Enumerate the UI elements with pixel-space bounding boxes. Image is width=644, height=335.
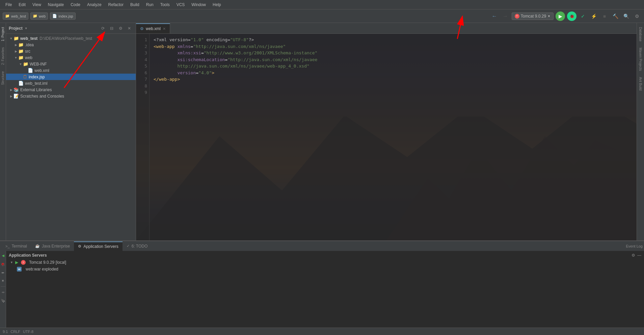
menu-window[interactable]: Window bbox=[189, 1, 209, 8]
bottom-left-tab-run[interactable]: ▶ bbox=[0, 252, 5, 260]
file-icon: 📄 bbox=[52, 14, 57, 18]
menu-analyze[interactable]: Analyze bbox=[84, 1, 104, 8]
bottom-tab-java-enterprise[interactable]: ☕ Java Enterprise bbox=[31, 241, 74, 251]
tree-item-webinf[interactable]: ▼ 📁 WEB-INF bbox=[6, 61, 136, 67]
profile-button[interactable]: ⚡ bbox=[589, 12, 598, 21]
tree-item-web[interactable]: ▼ 📁 web bbox=[6, 54, 136, 61]
editor-tab-webxml[interactable]: ⚙ web.xml ✕ bbox=[136, 23, 170, 33]
server-item-tomcat[interactable]: ▼ ▶ T Tomcat 9.0.29 [local] bbox=[9, 259, 641, 266]
run-button[interactable]: ▶ bbox=[556, 11, 565, 21]
tree-item-extlibs[interactable]: ▶ 📚 External Libraries bbox=[6, 86, 136, 93]
artifact-icon: W bbox=[17, 267, 22, 272]
status-utf8[interactable]: UTF-8 bbox=[23, 330, 33, 334]
code-line-5: http://java.sun.com/xml/ns/javaee/web-ap… bbox=[154, 63, 633, 70]
server-play-indicator: ▶ bbox=[15, 260, 18, 265]
code-container: 1 2 3 4 5 6 7 8 9 <?xml version="1.0" en… bbox=[136, 34, 637, 240]
app-servers-header: Application Servers ⚙ — bbox=[9, 253, 641, 258]
menu-file[interactable]: File bbox=[3, 1, 15, 8]
event-log-link[interactable]: Event Log bbox=[626, 244, 643, 248]
bottom-left-tab-star[interactable]: ★ bbox=[0, 277, 5, 285]
right-tab-maven[interactable]: Maven Projects bbox=[638, 45, 643, 74]
bottom-left-strip: ▶ 🐞 ⬆ ★ ✏ 🔌 bbox=[0, 251, 6, 328]
menu-run[interactable]: Run bbox=[143, 1, 156, 8]
run-config-selector[interactable]: T Tomcat 9.0.29 ▼ bbox=[512, 12, 554, 20]
bottom-minimize-icon[interactable]: — bbox=[637, 253, 641, 258]
tab-close-btn[interactable]: ✕ bbox=[163, 27, 166, 31]
web-folder-icon: 📁 bbox=[33, 14, 37, 18]
close-panel-icon[interactable]: ✕ bbox=[126, 25, 133, 32]
code-line-6: version="4.0"> bbox=[154, 70, 633, 76]
app-container: File Edit View Navigate Code Analyze Ref… bbox=[0, 0, 644, 335]
tree-item-src[interactable]: ▶ 📁 src bbox=[6, 48, 136, 54]
right-tab-ant[interactable]: Ant Build bbox=[638, 74, 643, 93]
menu-refactor[interactable]: Refactor bbox=[106, 1, 126, 8]
status-crlf[interactable]: CRLF bbox=[10, 330, 20, 334]
debug-button[interactable]: 🐞 bbox=[567, 11, 576, 21]
editor-area: ⚙ web.xml ✕ 1 bbox=[136, 23, 637, 240]
menu-tools[interactable]: Tools bbox=[158, 1, 172, 8]
bottom-settings-icon[interactable]: ⚙ bbox=[632, 253, 635, 258]
bottom-inner: ▶ 🐞 ⬆ ★ ✏ 🔌 Application Servers ⚙ — bbox=[0, 251, 644, 328]
stop-button[interactable]: ■ bbox=[600, 12, 609, 21]
back-btn[interactable]: ← bbox=[490, 12, 499, 21]
bottom-tab-app-servers[interactable]: ⚙ Application Servers bbox=[74, 241, 122, 251]
coverage-button[interactable]: ✓ bbox=[579, 12, 587, 21]
bottom-panel-title: Application Servers bbox=[9, 253, 47, 258]
line-numbers: 1 2 3 4 5 6 7 8 9 bbox=[136, 34, 150, 240]
folder-icon: 📁 bbox=[5, 14, 10, 18]
bottom-left-tab-divider bbox=[1, 286, 5, 287]
status-bar: 9:1 CRLF UTF-8 bbox=[0, 328, 644, 335]
menu-navigate[interactable]: Navigate bbox=[45, 1, 66, 8]
menu-help[interactable]: Help bbox=[210, 1, 224, 8]
sync-icon[interactable]: ⟳ bbox=[99, 25, 107, 32]
sidebar-tab-favorites[interactable]: 2: Favorites bbox=[0, 45, 5, 68]
menu-build[interactable]: Build bbox=[128, 1, 142, 8]
code-line-8: </web-app> bbox=[154, 76, 633, 83]
bottom-left-tab-plugin[interactable]: 🔌 bbox=[0, 297, 5, 305]
tomcat-icon: T bbox=[515, 14, 519, 19]
menu-view[interactable]: View bbox=[30, 1, 44, 8]
collapse-icon[interactable]: ⊟ bbox=[108, 25, 115, 32]
header-dropdown-icon: ▼ bbox=[25, 27, 28, 30]
code-line-2: <web-app xmlns="http://java.sun.com/xml/… bbox=[154, 43, 633, 50]
artifact-name: web:war exploded bbox=[26, 267, 58, 272]
menu-code[interactable]: Code bbox=[68, 1, 83, 8]
file-breadcrumb-btn[interactable]: 📄 index.jsp bbox=[50, 12, 75, 20]
artifact-item[interactable]: W web:war exploded bbox=[9, 266, 641, 273]
project-breadcrumb-btn[interactable]: 📁 web_test bbox=[3, 12, 28, 20]
bottom-tab-todo[interactable]: ✓ 6: TODO bbox=[123, 241, 152, 251]
search-everywhere-button[interactable]: 🔍 bbox=[622, 12, 630, 21]
menu-edit[interactable]: Edit bbox=[16, 1, 28, 8]
tree-item-root[interactable]: ▼ 📁 web_test D:\IDEA\WorkPlace\web_test bbox=[6, 35, 136, 42]
settings-button[interactable]: ⚙ bbox=[633, 12, 641, 21]
dropdown-arrow-icon: ▼ bbox=[547, 15, 551, 18]
bottom-tab-terminal[interactable]: >_ Terminal bbox=[1, 241, 31, 251]
tree-item-webxml[interactable]: ▶ 📄 web.xml bbox=[6, 67, 136, 74]
bottom-left-tab-deploy[interactable]: ⬆ bbox=[0, 269, 5, 276]
code-line-3: xmlns:xsi="http://www.w3.org/2001/XMLSch… bbox=[154, 50, 633, 56]
terminal-icon: >_ bbox=[5, 244, 10, 248]
sidebar-tab-structure[interactable]: Structure bbox=[0, 69, 5, 88]
code-content[interactable]: <?xml version="1.0" encoding="UTF-8"?> <… bbox=[150, 34, 637, 240]
tree-item-iml[interactable]: ▶ 📄 web_test.iml bbox=[6, 80, 136, 86]
tree-item-idea[interactable]: ▶ 📁 .idea bbox=[6, 42, 136, 48]
settings-panel-icon[interactable]: ⚙ bbox=[117, 25, 124, 32]
bottom-left-tab-pencil[interactable]: ✏ bbox=[0, 288, 5, 296]
file-tree: ▼ 📁 web_test D:\IDEA\WorkPlace\web_test … bbox=[6, 34, 136, 240]
sidebar-tab-project[interactable]: 1: Project bbox=[0, 24, 5, 44]
java-enterprise-icon: ☕ bbox=[35, 244, 40, 248]
web-breadcrumb-btn[interactable]: 📁 web bbox=[30, 12, 48, 20]
left-sidebar-strip: 1: Project 2: Favorites Structure bbox=[0, 23, 6, 240]
app-servers-icon: ⚙ bbox=[78, 244, 81, 249]
tree-item-indexjsp[interactable]: ▶ 🗒 index.jsp bbox=[6, 74, 136, 80]
forward-btn[interactable]: → bbox=[501, 12, 510, 21]
tab-xml-icon: ⚙ bbox=[140, 26, 144, 31]
tree-item-scratches[interactable]: ▶ 📝 Scratches and Consoles bbox=[6, 93, 136, 99]
todo-icon: ✓ bbox=[127, 244, 130, 248]
menu-vcs[interactable]: VCS bbox=[174, 1, 188, 8]
bottom-left-tab-debug[interactable]: 🐞 bbox=[0, 261, 5, 269]
status-left: 9:1 CRLF UTF-8 bbox=[3, 330, 33, 334]
main-content: 1: Project 2: Favorites Structure Projec… bbox=[0, 23, 644, 328]
right-tab-database[interactable]: Database bbox=[638, 24, 643, 44]
build-button[interactable]: 🔨 bbox=[611, 12, 620, 21]
